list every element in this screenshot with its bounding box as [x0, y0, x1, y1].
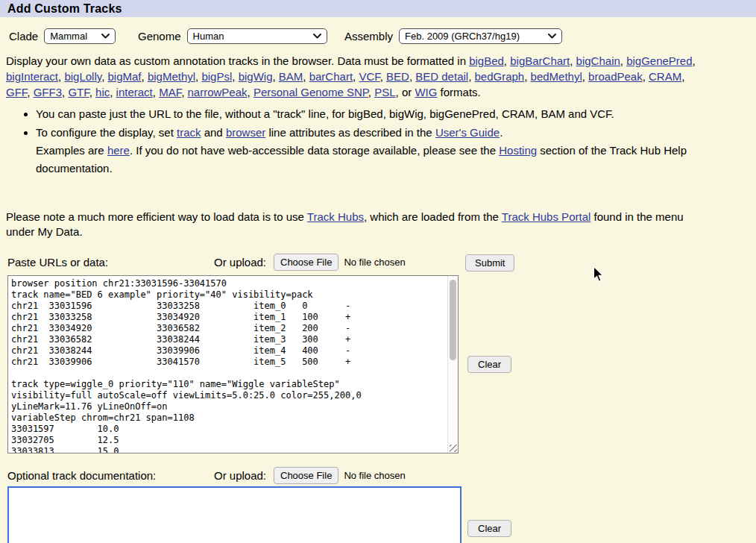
- link[interactable]: Track Hubs: [307, 210, 364, 223]
- or-upload-label: Or upload:: [214, 256, 266, 269]
- text-segment: ,: [272, 70, 278, 83]
- submit-button[interactable]: Submit: [465, 254, 514, 272]
- resize-handle-icon[interactable]: [450, 445, 457, 452]
- link[interactable]: CRAM: [649, 70, 681, 83]
- link[interactable]: User's Guide: [435, 126, 500, 139]
- link[interactable]: PSL: [374, 86, 395, 98]
- link[interactable]: BED detail: [415, 70, 468, 83]
- genome-control-group: Genome Human: [138, 28, 327, 44]
- link[interactable]: narrowPeak: [187, 86, 247, 98]
- clade-selected-value: Mammal: [50, 31, 87, 42]
- text-segment: ,: [27, 86, 33, 98]
- link[interactable]: bigMaf: [108, 70, 142, 83]
- formats-paragraph: Display your own data as custom annotati…: [6, 53, 756, 100]
- no-file-chosen-text: No file chosen: [344, 470, 405, 481]
- choose-file-button[interactable]: Choose File: [274, 467, 338, 484]
- assembly-select[interactable]: Feb. 2009 (GRCh37/hg19): [399, 28, 562, 44]
- text-segment: under My Data.: [6, 225, 83, 238]
- text-segment: ,: [303, 70, 309, 83]
- page-title: Add Custom Tracks: [0, 0, 756, 17]
- text-segment: documentation.: [36, 162, 113, 175]
- text-segment: ,: [643, 70, 649, 83]
- link[interactable]: Hosting: [499, 144, 537, 157]
- link[interactable]: bigGenePred: [626, 54, 692, 67]
- text-segment: formats.: [437, 86, 480, 98]
- link[interactable]: bigPsl: [201, 70, 232, 83]
- doc-textarea[interactable]: [7, 486, 462, 543]
- text-segment: and: [201, 126, 226, 139]
- text-segment: section of the Track Hub Help: [537, 144, 687, 157]
- text-segment: , which are loaded from the: [364, 210, 502, 223]
- link[interactable]: GFF: [6, 86, 27, 98]
- text-segment: Please note a much more efficient way to…: [6, 210, 307, 223]
- text-segment: ,: [101, 70, 107, 83]
- link[interactable]: bigInteract: [6, 70, 58, 83]
- link[interactable]: bedGraph: [474, 70, 524, 83]
- clear-paste-button[interactable]: Clear: [467, 356, 511, 373]
- genome-select[interactable]: Human: [187, 28, 327, 44]
- text-segment: ,: [110, 86, 116, 98]
- scrollbar-thumb[interactable]: [450, 280, 456, 360]
- text-segment: ,: [681, 70, 684, 83]
- link[interactable]: bigMethyl: [148, 70, 195, 83]
- link[interactable]: bigBed: [469, 54, 504, 67]
- link[interactable]: GTF: [68, 86, 89, 98]
- link[interactable]: broadPeak: [588, 70, 643, 83]
- optional-doc-label: Optional track documentation:: [7, 469, 156, 482]
- text-segment: ,: [380, 70, 386, 83]
- text-segment: ,: [693, 54, 696, 67]
- link[interactable]: here: [107, 144, 130, 157]
- text-segment: ,: [582, 70, 588, 83]
- link[interactable]: bigLolly: [64, 70, 101, 83]
- link[interactable]: BAM: [279, 70, 303, 83]
- assembly-control-group: Assembly Feb. 2009 (GRCh37/hg19): [344, 28, 562, 44]
- link[interactable]: BED: [386, 70, 409, 83]
- chevron-down-icon: [101, 34, 110, 39]
- link[interactable]: GFF3: [34, 86, 62, 98]
- paste-textarea[interactable]: browser position chr21:33031596-33041570…: [7, 275, 459, 453]
- clade-select[interactable]: Mammal: [44, 28, 116, 44]
- file-input: Choose File No file chosen: [274, 467, 406, 484]
- link[interactable]: VCF: [359, 70, 379, 83]
- text-segment: Display your own data as custom annotati…: [6, 54, 469, 67]
- choose-file-button[interactable]: Choose File: [274, 254, 338, 271]
- file-input: Choose File No file chosen: [274, 254, 406, 271]
- link[interactable]: interact: [116, 86, 153, 98]
- link[interactable]: Track Hubs Portal: [502, 210, 590, 223]
- link[interactable]: bedMethyl: [531, 70, 582, 83]
- link[interactable]: bigBarChart: [510, 54, 570, 67]
- chevron-down-icon: [548, 34, 556, 39]
- text-segment: To configure the display, set: [36, 126, 177, 139]
- text-segment: ,: [89, 86, 95, 98]
- text-segment: ,: [504, 54, 510, 67]
- paste-urls-label: Paste URLs or data:: [7, 256, 108, 269]
- link[interactable]: hic: [95, 86, 110, 98]
- doc-row: Optional track documentation: Or upload:…: [0, 467, 756, 486]
- text-segment: found in the menu: [590, 210, 683, 223]
- notes-list: You can paste just the URL to the file, …: [6, 105, 756, 178]
- text-segment: ,: [570, 54, 576, 67]
- link[interactable]: bigChain: [576, 54, 620, 67]
- text-segment: ,: [620, 54, 626, 67]
- list-item: You can paste just the URL to the file, …: [36, 105, 756, 123]
- genome-label: Genome: [138, 30, 181, 43]
- paste-row: Paste URLs or data: Or upload: Choose Fi…: [0, 254, 756, 273]
- text-segment: , or: [396, 86, 415, 98]
- chevron-down-icon: [313, 34, 321, 39]
- link[interactable]: barChart: [309, 70, 353, 83]
- paste-textarea-content: browser position chr21:33031596-33041570…: [11, 278, 447, 453]
- title-bar: Add Custom Tracks: [0, 0, 756, 17]
- link[interactable]: WIG: [415, 86, 437, 98]
- link[interactable]: Personal Genome SNP: [253, 86, 368, 98]
- link[interactable]: browser: [226, 126, 265, 139]
- link[interactable]: bigWig: [239, 70, 273, 83]
- clade-label: Clade: [9, 30, 38, 43]
- or-upload-label: Or upload:: [214, 469, 266, 482]
- clear-doc-button[interactable]: Clear: [467, 520, 511, 537]
- link[interactable]: track: [177, 126, 201, 139]
- link[interactable]: MAF: [159, 86, 181, 98]
- genome-selected-value: Human: [193, 31, 224, 42]
- vertical-scrollbar[interactable]: [447, 276, 458, 453]
- text-segment: You can paste just the URL to the file, …: [36, 107, 614, 120]
- text-segment: ,: [524, 70, 530, 83]
